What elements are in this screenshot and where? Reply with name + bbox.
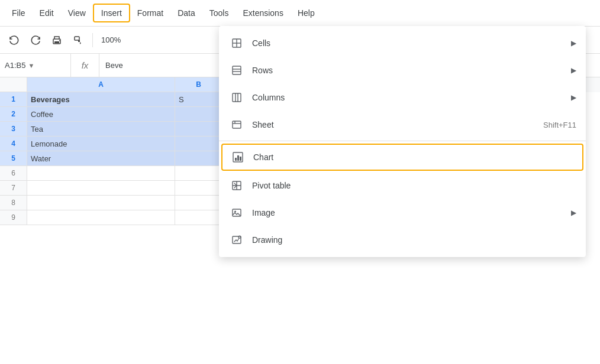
cell-b7[interactable] [175,181,222,196]
cell-a4[interactable]: Lemonade [27,136,175,151]
cell-b2[interactable] [175,107,222,122]
cell-ref-value: A1:B5 [5,61,25,70]
svg-rect-10 [233,93,241,102]
cell-b3[interactable] [175,122,222,136]
image-icon [228,207,245,218]
menu-item-rows[interactable]: Rows ▶ [219,57,586,84]
menu-format[interactable]: Format [130,5,170,21]
svg-rect-3 [75,37,79,40]
print-button[interactable] [47,31,66,50]
cell-b8[interactable] [175,196,222,210]
menu-divider-1 [219,141,586,141]
cell-b5[interactable] [175,151,222,166]
col-header-a[interactable]: A [27,77,175,92]
row-num-2[interactable]: 2 [0,107,27,122]
menu-item-pivot-table[interactable]: Pivot table [219,172,586,199]
menu-tools[interactable]: Tools [202,5,236,21]
cell-a2[interactable]: Coffee [27,107,175,122]
svg-rect-16 [237,155,239,161]
insert-dropdown-menu: Cells ▶ Rows ▶ Columns ▶ Sheet Shift+F11… [219,26,586,257]
cell-b6[interactable] [175,166,222,181]
pivot-icon [228,180,245,191]
menu-label-rows: Rows [252,66,566,75]
cell-b9[interactable] [175,210,222,225]
svg-rect-1 [54,41,59,43]
menu-edit[interactable]: Edit [33,5,61,21]
menu-file[interactable]: File [5,5,33,21]
image-arrow-icon: ▶ [571,209,576,217]
menu-label-chart: Chart [253,152,575,162]
chart-icon [230,151,246,163]
menu-insert[interactable]: Insert [93,4,130,22]
menu-label-image: Image [252,208,566,217]
cell-reference-box[interactable]: A1:B5 ▼ [0,54,71,77]
menubar: File Edit View Insert Format Data Tools … [0,0,600,27]
menu-item-drawing[interactable]: Drawing [219,226,586,254]
menu-item-cells[interactable]: Cells ▶ [219,30,586,57]
sheet-icon [228,119,245,130]
row-num-1[interactable]: 1 [0,92,27,107]
formula-fx-icon: fx [71,54,99,77]
cell-a9[interactable] [27,210,175,225]
cells-arrow-icon: ▶ [571,39,576,47]
menu-item-chart[interactable]: Chart [221,144,583,171]
row-num-3[interactable]: 3 [0,122,27,136]
cell-a1[interactable]: Beverages [27,92,175,107]
menu-label-drawing: Drawing [252,235,576,245]
cell-a6[interactable] [27,166,175,181]
menu-help[interactable]: Help [291,5,322,21]
menu-item-sheet[interactable]: Sheet Shift+F11 [219,111,586,138]
row-num-6[interactable]: 6 [0,166,27,181]
svg-rect-17 [240,157,241,161]
redo-button[interactable] [26,31,45,50]
columns-arrow-icon: ▶ [571,93,576,102]
sheet-shortcut: Shift+F11 [543,121,576,129]
svg-point-2 [59,40,60,41]
row-num-header [0,77,27,92]
svg-point-20 [234,211,236,213]
row-num-7[interactable]: 7 [0,181,27,196]
menu-label-columns: Columns [252,93,566,102]
cell-a8[interactable] [27,196,175,210]
menu-item-image[interactable]: Image ▶ [219,199,586,226]
paint-format-button[interactable] [69,31,88,50]
row-num-9[interactable]: 9 [0,210,27,225]
drawing-icon [228,235,245,245]
menu-extensions[interactable]: Extensions [236,5,290,21]
zoom-level[interactable]: 100% [98,35,124,44]
cell-a7[interactable] [27,181,175,196]
menu-label-sheet: Sheet [252,120,531,129]
cell-a5[interactable]: Water [27,151,175,166]
rows-arrow-icon: ▶ [571,66,576,74]
cell-a3[interactable]: Tea [27,122,175,136]
cell-b4[interactable] [175,136,222,151]
svg-rect-21 [233,236,241,243]
col-header-b[interactable]: B [175,77,222,92]
undo-button[interactable] [5,31,24,50]
svg-rect-13 [233,121,241,128]
svg-rect-15 [235,158,237,161]
menu-label-cells: Cells [252,38,566,48]
rows-icon [228,65,245,76]
menu-label-pivot-table: Pivot table [252,181,576,190]
menu-view[interactable]: View [61,5,93,21]
row-num-8[interactable]: 8 [0,196,27,210]
row-num-5[interactable]: 5 [0,151,27,166]
menu-item-columns[interactable]: Columns ▶ [219,84,586,111]
svg-rect-7 [233,66,241,74]
cell-b1[interactable]: S [175,92,222,107]
cells-icon [228,38,245,48]
cell-ref-chevron-icon: ▼ [28,62,34,69]
row-num-4[interactable]: 4 [0,136,27,151]
menu-data[interactable]: Data [170,5,202,21]
columns-icon [228,92,245,103]
toolbar-separator-1 [92,33,93,47]
